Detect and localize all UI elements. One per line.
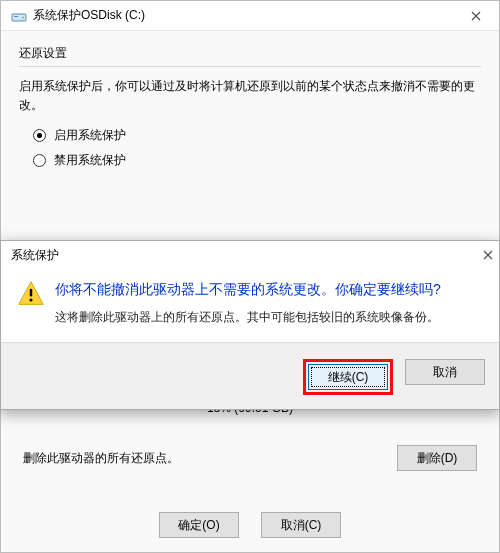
cancel-button[interactable]: 取消(C) <box>261 512 341 538</box>
confirm-disable-protection-dialog: 系统保护 你将不能撤消此驱动器上不需要的系统更改。你确定要继续吗? 这将删除此驱… <box>0 240 500 410</box>
svg-rect-3 <box>30 289 32 297</box>
alert-title: 系统保护 <box>11 247 483 264</box>
alert-button-row: 继续(C) 取消 <box>1 342 499 409</box>
drive-icon <box>11 8 27 24</box>
delete-button[interactable]: 删除(D) <box>397 445 477 471</box>
radio-icon-checked <box>33 129 46 142</box>
titlebar: 系统保护OSDisk (C:) <box>1 1 499 31</box>
svg-point-2 <box>22 16 24 18</box>
alert-titlebar: 系统保护 <box>1 241 499 269</box>
dialog-body: 还原设置 启用系统保护后，你可以通过及时将计算机还原到以前的某个状态点来撤消不需… <box>1 31 499 169</box>
alert-body: 你将不能撤消此驱动器上不需要的系统更改。你确定要继续吗? 这将删除此驱动器上的所… <box>1 269 499 328</box>
continue-button-highlight: 继续(C) <box>303 359 393 395</box>
restore-settings-label: 还原设置 <box>19 45 481 62</box>
alert-headline: 你将不能撤消此驱动器上不需要的系统更改。你确定要继续吗? <box>55 279 441 300</box>
continue-button[interactable]: 继续(C) <box>308 364 388 390</box>
warning-icon <box>17 279 45 326</box>
svg-rect-1 <box>14 16 18 17</box>
ok-button[interactable]: 确定(O) <box>159 512 239 538</box>
svg-point-4 <box>29 298 32 301</box>
radio-enable-protection[interactable]: 启用系统保护 <box>33 127 481 144</box>
alert-close-button[interactable] <box>483 250 493 260</box>
alert-cancel-button[interactable]: 取消 <box>405 359 485 385</box>
alert-text: 你将不能撤消此驱动器上不需要的系统更改。你确定要继续吗? 这将删除此驱动器上的所… <box>55 279 441 326</box>
radio-icon-unchecked <box>33 154 46 167</box>
delete-restore-points-label: 删除此驱动器的所有还原点。 <box>23 450 179 467</box>
radio-disable-label: 禁用系统保护 <box>54 152 126 169</box>
close-icon <box>471 11 481 21</box>
alert-subtext: 这将删除此驱动器上的所有还原点。其中可能包括较旧的系统映像备份。 <box>55 308 441 326</box>
restore-settings-description: 启用系统保护后，你可以通过及时将计算机还原到以前的某个状态点来撤消不需要的更改。 <box>19 77 481 115</box>
window-title: 系统保护OSDisk (C:) <box>33 7 459 24</box>
radio-disable-protection[interactable]: 禁用系统保护 <box>33 152 481 169</box>
dialog-button-row: 确定(O) 取消(C) <box>1 512 499 538</box>
divider <box>19 66 481 67</box>
close-icon <box>483 250 493 260</box>
close-button[interactable] <box>459 5 493 27</box>
radio-enable-label: 启用系统保护 <box>54 127 126 144</box>
